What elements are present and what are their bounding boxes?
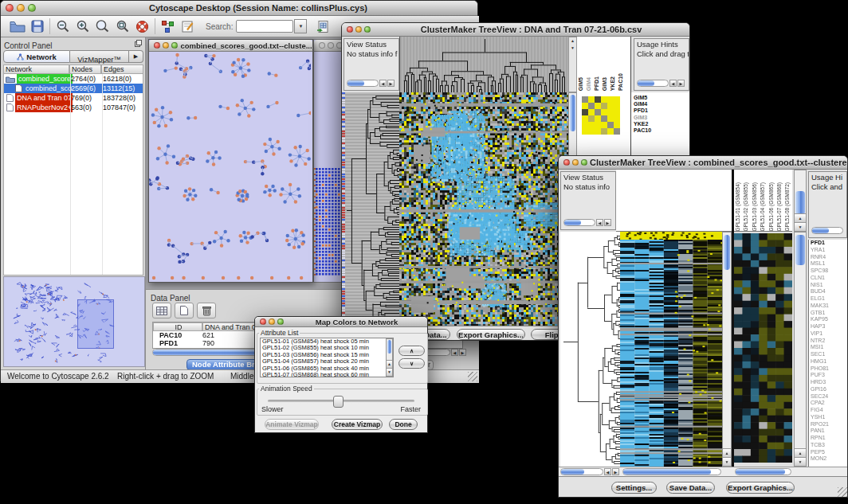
import-table-button[interactable] — [313, 17, 333, 36]
delete-attribute-button[interactable] — [197, 303, 216, 318]
usage-hints-scrollbar[interactable]: ◀ ▶ — [637, 80, 685, 87]
list-item[interactable]: PAC10 — [617, 73, 625, 91]
view-status-scrollbar[interactable]: ◀ ▶ — [347, 80, 395, 87]
tv1-similarity-matrix[interactable] — [582, 96, 620, 135]
scrollbar-thumb[interactable] — [795, 235, 805, 265]
list-item[interactable]: NTR2 — [809, 338, 847, 345]
col-header-edges[interactable]: Edges — [101, 64, 143, 74]
scroll-up-button[interactable]: ▲ — [723, 448, 731, 457]
network-row-combined-scores[interactable]: combined_scores 2764(0) 16218(0) — [4, 74, 143, 84]
scrollbar-thumb[interactable] — [724, 235, 730, 270]
network-window-titlebar[interactable]: combined_scores_good.txt--cluste... — [149, 40, 312, 52]
tv1-column-dendrogram[interactable] — [399, 37, 569, 92]
export-graphics-button[interactable]: Export Graphics... — [726, 482, 795, 494]
list-item[interactable]: HMG1 — [809, 358, 847, 365]
list-item[interactable]: SPC98 — [809, 268, 847, 275]
list-item[interactable]: PFD1 — [593, 76, 601, 91]
tv2-dendro-hscrollbar[interactable]: ◀ ▶ — [560, 468, 619, 475]
scrollbar-thumb[interactable] — [623, 469, 711, 475]
scrollbar-thumb[interactable] — [561, 469, 584, 475]
scroll-left-button[interactable]: ◀ — [379, 80, 387, 87]
attribute-select-button[interactable] — [152, 303, 171, 318]
list-item[interactable]: GIM4 — [585, 77, 593, 91]
scroll-up-button[interactable]: ▲ — [795, 448, 806, 457]
col-header-network[interactable]: Network — [3, 64, 69, 74]
list-item[interactable]: PFD1 — [634, 107, 651, 114]
edit-network-button[interactable] — [158, 17, 178, 36]
scroll-up-button[interactable]: ▲ — [387, 360, 392, 368]
data-row-id[interactable]: PAC10 — [159, 331, 202, 339]
list-item[interactable]: GPI16 — [809, 386, 847, 393]
list-item[interactable]: GPL51-03 (GSM856) — [751, 182, 759, 231]
list-item[interactable]: PAN1 — [809, 428, 847, 435]
scroll-up-button[interactable]: ▲ — [569, 38, 576, 43]
close-button[interactable] — [6, 4, 14, 12]
scroll-left-button[interactable]: ◀ — [596, 219, 603, 226]
list-item[interactable]: GIM5 — [577, 77, 585, 91]
tab-overflow-button[interactable]: ▶ — [129, 50, 143, 63]
list-item[interactable]: TCB3 — [809, 442, 847, 449]
scroll-left-button[interactable]: ◀ — [669, 80, 677, 87]
export-graphics-button[interactable]: Export Graphics... — [457, 329, 525, 340]
tv2-zoom-heatmap[interactable] — [734, 233, 792, 463]
resize-grip[interactable] — [468, 372, 477, 381]
minimize-button[interactable] — [163, 42, 169, 49]
data-table-id-header[interactable]: ID — [153, 322, 202, 331]
close-button[interactable] — [154, 42, 160, 49]
tab-network[interactable]: Network — [3, 50, 70, 63]
tv2-column-dendrogram-area[interactable] — [616, 170, 732, 232]
close-button[interactable] — [319, 42, 325, 49]
list-item[interactable]: KAP95 — [809, 316, 847, 323]
list-item[interactable]: RPN1 — [809, 435, 847, 442]
minimize-button[interactable] — [355, 26, 362, 33]
list-item[interactable]: MSI1 — [809, 344, 847, 351]
list-item[interactable]: PEP5 — [809, 449, 847, 456]
tv2-titlebar[interactable]: ClusterMaker TreeView : combined_scores_… — [559, 156, 847, 170]
annotation-button[interactable] — [178, 17, 198, 36]
tv1-row-dendrogram[interactable] — [342, 92, 399, 326]
save-session-button[interactable] — [27, 17, 47, 36]
minimize-button[interactable] — [328, 42, 334, 49]
minimize-button[interactable] — [269, 318, 275, 325]
list-item[interactable]: FIG4 — [809, 407, 847, 414]
list-item[interactable]: GIM4 — [634, 101, 651, 107]
scroll-left-button[interactable]: ◀ — [451, 349, 458, 356]
scroll-down-button[interactable]: ▼ — [569, 45, 576, 50]
scroll-right-button[interactable]: ▶ — [387, 80, 395, 87]
list-item[interactable]: PHO81 — [809, 365, 847, 373]
scroll-down-button[interactable]: ▼ — [387, 368, 392, 376]
tv2-heatmap-vscrollbar[interactable]: ▲ ▼ — [722, 232, 732, 467]
scrollbar-thumb[interactable] — [795, 191, 805, 215]
tv1-column-scroll-strip[interactable]: ▲ ▼ — [568, 37, 577, 92]
data-row-value[interactable]: 621 — [202, 331, 214, 339]
float-panel-icon[interactable] — [135, 40, 142, 47]
open-session-button[interactable] — [7, 17, 27, 36]
list-item[interactable]: GIM3 — [634, 115, 651, 121]
scroll-right-button[interactable]: ▶ — [459, 349, 466, 356]
list-item[interactable]: ELG1 — [809, 295, 847, 303]
network-row-rnapuber[interactable]: RNAPuberNov2+ 563(0) 107847(0) — [4, 103, 143, 112]
save-data-button[interactable]: Save Data... — [666, 482, 715, 494]
scrollbar-thumb[interactable] — [812, 228, 829, 233]
scrollbar-thumb[interactable] — [387, 340, 391, 354]
zoom-out-button[interactable] — [53, 17, 73, 36]
attribute-list-vscrollbar[interactable]: ▲ ▼ — [386, 338, 393, 377]
animate-vizmap-button[interactable]: Animate Vizmap — [265, 419, 319, 430]
list-item[interactable]: YKE2 — [634, 121, 651, 127]
list-item[interactable]: VIP1 — [809, 330, 847, 338]
list-item[interactable]: GPL51-04 (GSM857) — [759, 182, 767, 231]
new-attribute-button[interactable] — [175, 303, 194, 318]
list-item[interactable]: GTB1 — [809, 310, 847, 317]
tv2-zoom-vscrollbar[interactable]: ▲ ▼ — [794, 232, 807, 467]
scrollbar-thumb[interactable] — [347, 80, 364, 86]
search-input[interactable] — [236, 20, 293, 33]
help-button[interactable] — [132, 17, 152, 36]
list-item[interactable]: MAK31 — [809, 303, 847, 310]
zoom-selected-button[interactable] — [112, 17, 132, 36]
list-item[interactable]: CPA2 — [809, 400, 847, 407]
main-titlebar[interactable]: Cytoscape Desktop (Session Name: collins… — [1, 1, 477, 16]
tv2-heatmap[interactable] — [620, 232, 722, 467]
network-view-canvas[interactable] — [149, 52, 311, 280]
attribute-listbox[interactable]: GPL51-01 (GSM854) heat shock 05 minGPL51… — [260, 338, 394, 377]
done-button[interactable]: Done — [389, 419, 418, 430]
